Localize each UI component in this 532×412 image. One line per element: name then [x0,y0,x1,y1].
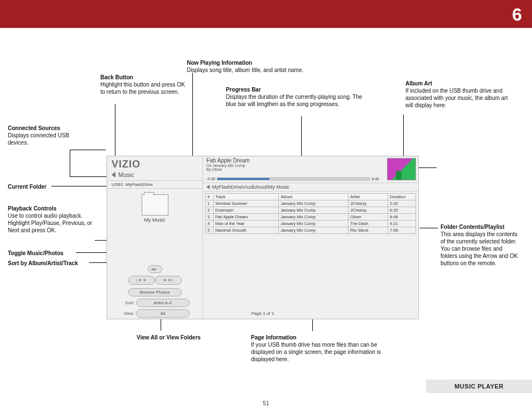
page-info-text: Page 1 of 1 [107,311,418,316]
callout-current-folder: Current Folder [8,183,46,190]
col-track: Track [214,194,279,200]
cell-track: Maximal Smooth [214,227,279,234]
cell-album: January Mix Comp [279,200,349,207]
col-duration: Duration [388,194,416,200]
leader-folder-contents [419,228,438,228]
cell-n: 3 [206,214,214,221]
table-row[interactable]: 1Seminal SummerJanuary Mix CompJCheesy2:… [206,200,416,207]
breadcrumb-row[interactable]: MyFlashDrive\Audio\root\My Music [203,183,418,191]
callout-sort-by: Sort by Album/Artist/Track [8,260,78,267]
cell-duration: 7:58 [388,227,416,234]
usb-device-line[interactable]: USB1: MyFlashDrive [107,181,202,189]
track-table: # Track Album Artist Duration 1Seminal S… [205,193,416,234]
cell-track: Man of the Year [214,221,279,227]
back-icon [112,172,115,178]
cell-album: January Mix Comp [279,214,349,221]
sort-label: Sort: [120,300,134,305]
callout-playback-controls: Playback Controls Use to control audio p… [8,205,97,234]
callout-view-all: View All or View Folders [137,334,201,341]
breadcrumb-back-icon [206,185,210,189]
progress-wrap: -5:50 8:46 [206,177,379,181]
np-album-line: On January Mix Comp [206,164,415,167]
cell-artist: Rio Steve [349,227,388,234]
cell-duration: 8:46 [388,214,416,221]
play-pause-button[interactable] [148,265,162,273]
leader-usb-h2 [70,176,107,177]
chapter-number: 6 [512,4,522,25]
callout-connected-sources: Connected Sources Displays connected USB… [8,124,75,146]
cell-duration: 6:20 [388,207,416,214]
total-time: 8:46 [371,177,379,181]
vizio-logo: VIZIO [107,156,202,170]
section-label: MUSIC PLAYER [426,380,532,393]
cell-n: 1 [206,200,214,207]
callout-toggle: Toggle Music/Photos [8,250,64,257]
table-header-row: # Track Album Artist Duration [206,194,416,200]
folder-icon [142,194,168,215]
cell-track: Seminal Summer [214,200,279,207]
cell-artist: Oliver [349,214,388,221]
col-artist: Artist [349,194,388,200]
leader-now-playing [192,73,193,157]
current-folder-block[interactable]: My Music [107,189,202,226]
table-row[interactable]: 2DownspinJanuary Mix CompJCheesy6:20 [206,207,416,214]
callout-back-button: Back Button Highlight this button and pr… [100,74,187,95]
cell-artist: The Dash [349,221,388,227]
cell-track: Downspin [214,207,279,214]
leader-usb-v [70,150,70,176]
cell-artist: JCheesy [349,200,388,207]
play-pause-row [107,265,202,274]
top-red-bar: 6 [0,0,532,28]
cell-n: 2 [206,207,214,214]
cell-n: 4 [206,221,214,227]
now-playing-block: Fab Apple Dream On January Mix Comp By O… [203,156,418,183]
next-button[interactable]: ►►| [155,276,182,285]
cell-album: January Mix Comp [279,207,349,214]
player-main: Fab Apple Dream On January Mix Comp By O… [203,156,418,319]
callout-folder-contents: Folder Contents/Playlist This area displ… [441,223,519,267]
elapsed-time: -5:50 [206,177,215,181]
table-row[interactable]: 3Fab Apple DreamJanuary Mix CompOliver8:… [206,214,416,221]
previous-button[interactable]: |◄◄ [128,276,155,285]
cell-n: 5 [206,227,214,234]
sort-row: Sort: Artist A-Z [107,299,202,307]
callout-album-art: Album Art If included on the USB thumb d… [405,80,517,109]
progress-fill [217,178,269,180]
player-sidebar: VIZIO Music USB1: MyFlashDrive My Music … [107,156,203,319]
breadcrumb: MyFlashDrive\Audio\root\My Music [212,184,289,190]
leader-usb [70,150,106,150]
cell-duration: 4:21 [388,221,416,227]
table-row[interactable]: 5Maximal SmoothJanuary Mix CompRio Steve… [206,227,416,234]
table-row[interactable]: 4Man of the YearJanuary Mix CompThe Dash… [206,221,416,227]
cell-track: Fab Apple Dream [214,214,279,221]
np-song-title: Fab Apple Dream [206,157,415,164]
prev-next-row: |◄◄ ►►| [107,276,202,285]
folder-caption: My Music [107,217,202,223]
cell-album: January Mix Comp [279,221,349,227]
browse-photos-button[interactable]: Browse Photos [128,288,182,296]
callout-page-info: Page Information If your USB thumb drive… [251,334,385,363]
callout-progress-bar: Progress Bar Displays the duration of th… [226,86,371,108]
np-artist-line: By Oliver [206,167,415,171]
music-player-screenshot: VIZIO Music USB1: MyFlashDrive My Music … [107,156,419,319]
sort-selector[interactable]: Artist A-Z [136,299,190,307]
page-number: 51 [0,400,532,406]
leader-pageinfo [312,318,313,331]
cell-duration: 2:42 [388,200,416,207]
back-music-row[interactable]: Music [107,170,202,181]
document-page: Back Button Highlight this button and pr… [0,28,532,412]
col-num: # [206,194,214,200]
music-label: Music [118,171,134,178]
album-art-thumbnail [387,158,416,180]
callout-now-playing: Now Playing Information Displays song ti… [187,59,303,74]
cell-album: January Mix Comp [279,227,349,234]
cell-artist: JCheesy [349,207,388,214]
col-album: Album [279,194,349,200]
progress-bar[interactable] [217,178,370,180]
